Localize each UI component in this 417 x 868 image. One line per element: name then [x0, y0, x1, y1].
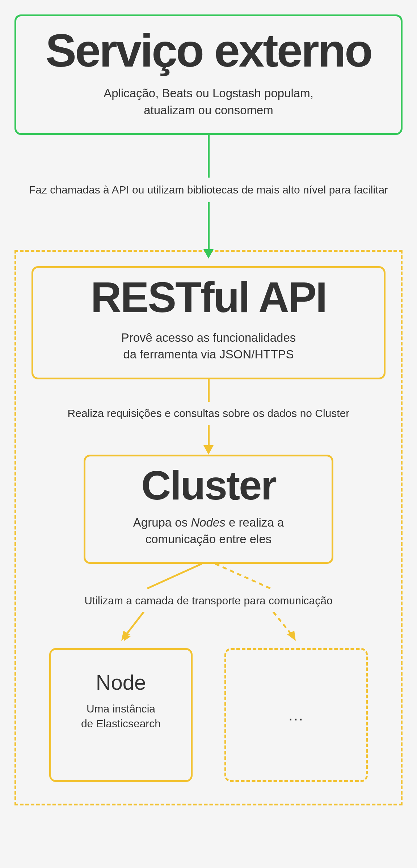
elasticsearch-container: RESTful API Provê acesso as funcionalida… — [14, 250, 403, 805]
api-subtitle-1: Provê acesso as funcionalidades — [48, 329, 369, 346]
svg-line-1 — [215, 564, 270, 588]
nodes-row: Node Uma instância de Elasticsearch ... — [31, 648, 386, 782]
restful-api-box: RESTful API Provê acesso as funcionalida… — [31, 266, 386, 379]
cluster-sub-suffix: e realiza a — [226, 516, 284, 529]
cluster-title: Cluster — [100, 464, 317, 507]
arrow-external-to-api: Faz chamadas à API ou utilizam bibliotec… — [14, 135, 403, 259]
cluster-sub-em: Nodes — [191, 516, 225, 529]
api-title: RESTful API — [48, 275, 369, 320]
arrow-cluster-to-nodes: Utilizam a camada de transporte para com… — [31, 564, 386, 644]
edge-label-1: Faz chamadas à API ou utilizam bibliotec… — [29, 183, 388, 197]
node-title: Node — [58, 671, 184, 694]
external-subtitle-1: Aplicação, Beats ou Logstash populam, — [31, 85, 386, 102]
external-service-box: Serviço externo Aplicação, Beats ou Logs… — [14, 14, 403, 135]
edge-label-3: Utilizam a camada de transporte para com… — [84, 593, 332, 608]
node-box: Node Uma instância de Elasticsearch — [49, 648, 193, 782]
edge-label-2: Realiza requisições e consultas sobre os… — [68, 406, 350, 421]
api-subtitle-2: da ferramenta via JSON/HTTPS — [48, 346, 369, 363]
external-title: Serviço externo — [31, 26, 386, 75]
svg-marker-6 — [287, 631, 296, 641]
svg-line-2 — [126, 612, 144, 634]
placeholder-ellipsis: ... — [288, 706, 304, 724]
node-subtitle-2: de Elasticsearch — [58, 716, 184, 731]
node-subtitle-1: Uma instância — [58, 702, 184, 716]
arrow-api-to-cluster: Realiza requisições e consultas sobre os… — [31, 379, 386, 455]
cluster-sub-prefix: Agrupa os — [133, 516, 191, 529]
cluster-subtitle-1: Agrupa os Nodes e realiza a — [100, 514, 317, 531]
cluster-box: Cluster Agrupa os Nodes e realiza a comu… — [84, 455, 333, 564]
svg-line-0 — [147, 564, 202, 588]
svg-line-5 — [273, 612, 291, 634]
cluster-subtitle-2: comunicação entre eles — [100, 531, 317, 548]
node-placeholder-box: ... — [224, 648, 368, 782]
external-subtitle-2: atualizam ou consomem — [31, 102, 386, 119]
